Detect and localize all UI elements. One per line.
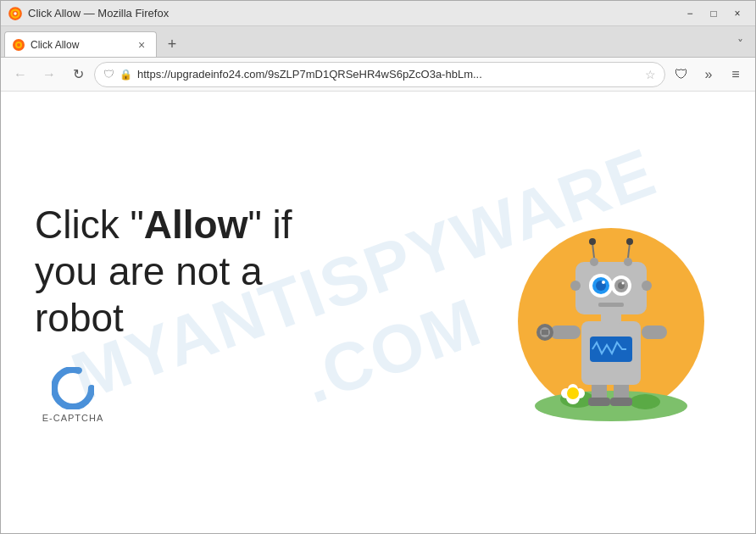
captcha-label: E-CAPTCHA — [42, 413, 104, 423]
titlebar-left: Click Allow — Mozilla Firefox — [8, 6, 169, 21]
new-tab-button[interactable]: + — [160, 32, 184, 56]
extensions-button[interactable]: » — [696, 62, 721, 87]
url-text: https://upgradeinfo24.com/9sZLP7mD1QRSeH… — [137, 68, 640, 81]
tab-label: Click Allow — [31, 39, 129, 51]
maximize-button[interactable]: □ — [703, 4, 725, 23]
main-area: Click "Allow" ifyou are not arobot E-CAP… — [1, 92, 755, 533]
address-bar[interactable]: 🛡 🔒 https://upgradeinfo24.com/9sZLP7mD1Q… — [94, 62, 665, 87]
titlebar: Click Allow — Mozilla Firefox − □ × — [1, 1, 755, 26]
browser-window: Click Allow — Mozilla Firefox − □ × Clic… — [0, 0, 756, 534]
lock-icon: 🔒 — [120, 69, 132, 81]
captcha-badge: E-CAPTCHA — [35, 367, 111, 423]
tabbar: Click Allow × + ˅ — [1, 26, 755, 58]
reload-button[interactable]: ↻ — [65, 62, 91, 87]
captcha-logo-icon — [52, 367, 94, 409]
svg-rect-23 — [550, 325, 581, 339]
left-content: Click "Allow" ifyou are not arobot E-CAP… — [35, 202, 467, 424]
svg-point-35 — [626, 238, 633, 245]
page-content: MYANTISPYWARE.COM Click "Allow" ifyou ar… — [1, 92, 755, 533]
svg-point-7 — [54, 370, 92, 407]
svg-point-43 — [622, 281, 625, 284]
tab-favicon-icon — [12, 38, 25, 52]
svg-point-31 — [624, 258, 632, 266]
svg-point-16 — [567, 387, 579, 399]
robot-illustration — [467, 164, 721, 461]
robot-scene-icon — [475, 177, 713, 448]
headline: Click "Allow" ifyou are not arobot — [35, 202, 467, 342]
svg-point-39 — [602, 281, 605, 284]
titlebar-controls: − □ × — [679, 4, 748, 23]
close-button[interactable]: × — [726, 4, 748, 23]
nav-right-buttons: 🛡 » ≡ — [669, 62, 748, 87]
minimize-button[interactable]: − — [679, 4, 701, 23]
menu-button[interactable]: ≡ — [723, 62, 748, 87]
svg-point-9 — [535, 391, 687, 421]
shield-icon: 🛡 — [103, 68, 114, 81]
svg-rect-44 — [598, 303, 624, 307]
svg-point-45 — [570, 281, 581, 291]
svg-rect-20 — [610, 398, 632, 406]
svg-rect-19 — [588, 398, 610, 406]
back-button[interactable]: ← — [8, 62, 33, 87]
headline-bold: Allow — [144, 203, 248, 247]
svg-point-34 — [589, 238, 596, 245]
svg-point-6 — [17, 43, 20, 47]
tab-close-button[interactable]: × — [134, 37, 149, 53]
navbar: ← → ↻ 🛡 🔒 https://upgradeinfo24.com/9sZL… — [1, 58, 755, 92]
forward-button[interactable]: → — [36, 62, 62, 87]
svg-point-46 — [642, 281, 652, 291]
bookmark-star-icon[interactable]: ☆ — [645, 68, 656, 81]
active-tab[interactable]: Click Allow × — [4, 31, 157, 57]
firefox-logo-icon — [8, 6, 23, 21]
tab-list-button[interactable]: ˅ — [728, 32, 752, 56]
svg-point-30 — [590, 258, 598, 266]
svg-point-3 — [14, 12, 16, 14]
shield-button[interactable]: 🛡 — [669, 62, 694, 87]
svg-rect-27 — [642, 325, 667, 339]
window-title: Click Allow — Mozilla Firefox — [28, 7, 169, 19]
svg-rect-26 — [542, 330, 548, 335]
svg-point-11 — [630, 394, 660, 409]
